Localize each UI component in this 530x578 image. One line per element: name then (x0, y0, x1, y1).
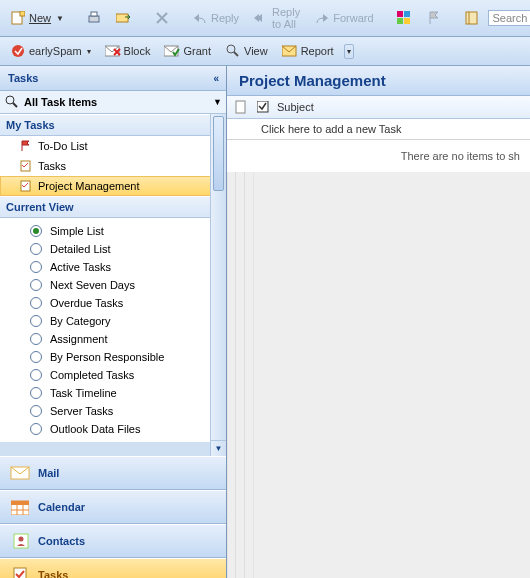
view-label: Task Timeline (50, 387, 117, 399)
view-option-simple-list[interactable]: Simple List (0, 222, 226, 240)
view-option-by-person-responsible[interactable]: By Person Responsible (0, 348, 226, 366)
view-label: Active Tasks (50, 261, 111, 273)
view-label: By Person Responsible (50, 351, 164, 363)
svg-point-17 (6, 96, 14, 104)
section-my-tasks[interactable]: My Tasks ︽ (0, 114, 226, 136)
view-option-detailed-list[interactable]: Detailed List (0, 240, 226, 258)
task-icon (18, 178, 34, 194)
radio-icon (30, 297, 42, 309)
svg-rect-4 (116, 14, 128, 22)
earlyspam-button[interactable]: earlySpam▾ (4, 40, 97, 62)
address-book-button[interactable] (458, 7, 486, 29)
delete-icon (154, 10, 170, 26)
task-icon (18, 158, 34, 174)
view-label: Server Tasks (50, 405, 113, 417)
new-button[interactable]: New ▼ (4, 7, 70, 29)
nav-filter[interactable]: All Task Items ▼ (0, 91, 226, 114)
view-option-outlook-data-files[interactable]: Outlook Data Files (0, 420, 226, 438)
categorize-button[interactable] (390, 7, 418, 29)
grant-button[interactable]: Grant (158, 40, 217, 62)
view-option-completed-tasks[interactable]: Completed Tasks (0, 366, 226, 384)
nav-button-contacts[interactable]: Contacts (0, 524, 226, 558)
nav-title: Tasks (8, 72, 38, 84)
nav-bottom-buttons: MailCalendarContactsTasks (0, 456, 226, 578)
followup-button[interactable] (420, 7, 448, 29)
nav-button-label: Mail (38, 467, 59, 479)
contacts-icon (10, 532, 30, 550)
new-icon (10, 10, 26, 26)
nav-button-mail[interactable]: Mail (0, 456, 226, 490)
overflow-button[interactable]: ▾ (344, 44, 354, 59)
section-current-view[interactable]: Current View ︽ (0, 196, 226, 218)
view-label: Detailed List (50, 243, 111, 255)
view-label: View (244, 45, 268, 57)
tree-item-label: To-Do List (38, 140, 88, 152)
view-button[interactable]: View (219, 40, 274, 62)
radio-icon (30, 225, 42, 237)
forward-button[interactable]: Forward (308, 7, 379, 29)
view-option-next-seven-days[interactable]: Next Seven Days (0, 276, 226, 294)
nav-button-tasks[interactable]: Tasks (0, 558, 226, 578)
svg-line-18 (13, 103, 17, 107)
view-label: Completed Tasks (50, 369, 134, 381)
svg-line-15 (234, 52, 238, 56)
radio-icon (30, 315, 42, 327)
view-label: Next Seven Days (50, 279, 135, 291)
toolbar-spam: earlySpam▾ Block Grant View Report ▾ (0, 37, 530, 66)
radio-icon (30, 279, 42, 291)
forward-label: Forward (333, 12, 373, 24)
view-option-by-category[interactable]: By Category (0, 312, 226, 330)
svg-rect-9 (466, 12, 477, 24)
scrollbar[interactable]: ▼ (210, 114, 226, 456)
search-input[interactable]: Search (488, 10, 530, 26)
task-tree: To-Do ListTasksProject Management (0, 136, 226, 196)
reply-button[interactable]: Reply (186, 7, 245, 29)
tree-item-label: Project Management (38, 180, 140, 192)
nav-button-calendar[interactable]: Calendar (0, 490, 226, 524)
svg-rect-2 (89, 16, 99, 22)
new-task-row[interactable]: Click here to add a new Task (227, 119, 530, 140)
tree-item-tasks[interactable]: Tasks (0, 156, 226, 176)
block-button[interactable]: Block (99, 40, 157, 62)
task-grid (227, 172, 530, 578)
column-header-row: Subject (227, 96, 530, 119)
print-icon (86, 10, 102, 26)
report-button[interactable]: Report (276, 40, 340, 62)
view-option-task-timeline[interactable]: Task Timeline (0, 384, 226, 402)
view-option-active-tasks[interactable]: Active Tasks (0, 258, 226, 276)
radio-icon (30, 369, 42, 381)
report-label: Report (301, 45, 334, 57)
new-label: New (29, 12, 51, 24)
new-task-label: Click here to add a new Task (261, 123, 401, 135)
tree-item-to-do-list[interactable]: To-Do List (0, 136, 226, 156)
view-label: By Category (50, 315, 111, 327)
scroll-down-icon[interactable]: ▼ (211, 440, 226, 456)
subject-column[interactable]: Subject (277, 101, 314, 113)
grant-icon (164, 43, 180, 59)
reply-label: Reply (211, 12, 239, 24)
icon-column[interactable] (233, 99, 249, 115)
reply-icon (192, 10, 208, 26)
scrollbar-thumb[interactable] (213, 116, 224, 191)
view-option-assignment[interactable]: Assignment (0, 330, 226, 348)
collapse-icon[interactable]: « (213, 73, 218, 84)
move-folder-button[interactable] (110, 7, 138, 29)
delete-button[interactable] (148, 7, 176, 29)
navigation-pane: Tasks « All Task Items ▼ My Tasks ︽ To-D… (0, 66, 227, 578)
section-label: Current View (6, 201, 74, 213)
print-button[interactable] (80, 7, 108, 29)
nav-button-label: Calendar (38, 501, 85, 513)
view-option-overdue-tasks[interactable]: Overdue Tasks (0, 294, 226, 312)
tree-item-project-management[interactable]: Project Management (0, 176, 226, 196)
tasks-icon (10, 566, 30, 578)
search-icon (4, 94, 20, 110)
radio-icon (30, 387, 42, 399)
complete-column[interactable] (255, 99, 271, 115)
reply-all-icon (253, 10, 269, 26)
view-option-server-tasks[interactable]: Server Tasks (0, 402, 226, 420)
svg-point-14 (227, 45, 235, 53)
grant-label: Grant (183, 45, 211, 57)
reply-all-button[interactable]: Reply to All (247, 3, 306, 33)
view-label: Simple List (50, 225, 104, 237)
search-placeholder: Search (493, 12, 528, 24)
